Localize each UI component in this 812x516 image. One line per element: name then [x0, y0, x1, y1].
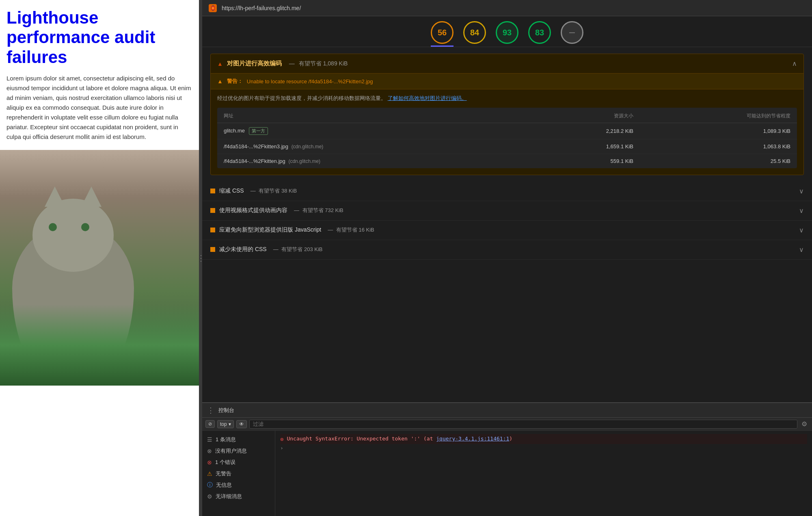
audit-warning-icon: ▲ — [217, 61, 223, 67]
audit-description: 经过优化的图片有助于提升加载速度，并减少消耗的移动数据网络流量。 了解如何高效地… — [211, 89, 803, 108]
table-header-size: 资源大小 — [529, 109, 640, 123]
eye-filter-button[interactable]: 👁 — [236, 420, 247, 428]
audit-item-title-2: 应避免向新型浏览器提供旧版 JavaScript — [219, 226, 321, 234]
score-circle-best-practices: 93 — [496, 21, 518, 44]
score-accessibility[interactable]: 84 — [463, 21, 486, 47]
console-main: ⊗ Uncaught SyntaxError: Unexpected token… — [275, 431, 812, 516]
panel-divider[interactable]: ⋮ — [199, 0, 202, 516]
sidebar-item-warnings[interactable]: ⚠ 无警告 — [202, 468, 275, 479]
audit-results-area: ▲ 对图片进行高效编码 — 有望节省 1,089 KiB ∧ ▲ 警告： Una… — [202, 47, 812, 402]
table-cell-url-0: glitch.me 第一方 — [217, 123, 529, 139]
eye-icon: 👁 — [239, 421, 244, 427]
table-cell-savings-1: 1,063.8 KiB — [640, 139, 797, 154]
audit-item-legacy-js[interactable]: 应避免向新型浏览器提供旧版 JavaScript — 有望节省 16 KiB ∨ — [202, 221, 812, 240]
green-plants-shape — [0, 304, 199, 386]
score-circle-accessibility: 84 — [463, 21, 486, 44]
sidebar-item-user-messages[interactable]: ⊗ 没有用户消息 — [202, 445, 275, 457]
audit-item-unused-css[interactable]: 减少未使用的 CSS — 有望节省 203 KiB ∨ — [202, 240, 812, 260]
audit-item-savings-1: — 有望节省 732 KiB — [294, 207, 343, 214]
table-cell-url-1: /f4da5184-...%2Fkitten3.jpg (cdn.glitch.… — [217, 139, 529, 154]
chevron-down-icon-1: ∨ — [799, 207, 804, 215]
audit-item-savings-0: — 有望节省 38 KiB — [251, 187, 297, 195]
sidebar-item-errors[interactable]: ⊗ 1 个错误 — [202, 457, 275, 468]
console-filters-row: ⊘ top ▾ 👁 ⚙ — [202, 418, 812, 431]
block-icon: ⊘ — [208, 421, 212, 427]
audit-card-savings: 有望节省 1,089 KiB — [299, 60, 348, 67]
table-row: /f4da5184-...%2Fkitten.jpg (cdn.glitch.m… — [217, 154, 797, 168]
console-error-icon: ⊗ — [280, 436, 283, 442]
first-party-badge: 第一方 — [249, 127, 268, 135]
browser-favicon: 🏮 — [209, 4, 217, 12]
score-underline-best-practices — [496, 46, 518, 47]
table-cell-savings-2: 25.5 KiB — [640, 154, 797, 168]
orange-square-icon — [210, 228, 215, 232]
chevron-down-icon-3: ∨ — [799, 246, 804, 254]
page-title: Lighthouse performance audit failures — [6, 8, 192, 67]
audit-item-minify-css[interactable]: 缩减 CSS — 有望节省 38 KiB ∨ — [202, 182, 812, 201]
orange-square-icon — [210, 247, 215, 252]
table-cell-domain-2: (cdn.glitch.me) — [288, 158, 320, 164]
score-circle-pwa: — — [561, 21, 583, 44]
audit-item-savings-3: — 有望节省 203 KiB — [273, 246, 323, 253]
score-underline-seo — [528, 46, 551, 47]
console-panel: ⋮ 控制台 ⊘ top ▾ 👁 ⚙ ☰ 1 条消息 — [202, 402, 812, 516]
console-error-row: ⊗ Uncaught SyntaxError: Unexpected token… — [280, 434, 807, 444]
audit-table: 网址 资源大小 可能达到的节省程度 glitch.me 第一方 2,218.2 … — [217, 109, 797, 168]
console-settings-icon[interactable]: ⚙ — [800, 419, 809, 429]
chevron-up-icon[interactable]: ∧ — [792, 60, 797, 67]
score-best-practices[interactable]: 93 — [496, 21, 518, 47]
console-filter-input[interactable] — [249, 420, 797, 429]
audit-card-title: 对图片进行高效编码 — [227, 60, 282, 67]
sidebar-item-verbose[interactable]: ⚙ 无详细消息 — [202, 491, 275, 502]
sidebar-item-label-3: 无警告 — [216, 470, 231, 477]
sidebar-item-all-messages[interactable]: ☰ 1 条消息 — [202, 434, 275, 445]
audit-warning-row: ▲ 警告： Unable to locate resource /f4da518… — [211, 73, 803, 89]
audit-item-title-1: 使用视频格式提供动画内容 — [219, 207, 287, 214]
page-body: Lorem ipsum dolor sit amet, consectetur … — [6, 74, 192, 142]
orange-square-icon — [210, 189, 215, 193]
warning-label: 警告： — [227, 78, 243, 85]
sidebar-item-label-5: 无详细消息 — [216, 493, 242, 500]
audit-card-header[interactable]: ▲ 对图片进行高效编码 — 有望节省 1,089 KiB ∧ — [211, 54, 803, 73]
console-error-text: Uncaught SyntaxError: Unexpected token '… — [287, 436, 512, 442]
score-seo[interactable]: 83 — [528, 21, 551, 47]
sidebar-item-info[interactable]: ⓘ 无信息 — [202, 479, 275, 491]
user-messages-icon: ⊗ — [207, 448, 212, 454]
audit-card-dash: — 有望节省 1,089 KiB — [289, 60, 348, 67]
console-expand-row[interactable]: › — [280, 444, 807, 452]
console-sidebar: ☰ 1 条消息 ⊗ 没有用户消息 ⊗ 1 个错误 ⚠ 无警告 ⓘ 无信息 — [202, 431, 275, 516]
kitten-ear-left-shape — [45, 186, 65, 207]
lighthouse-scores-row: 56 84 93 83 — — [202, 16, 812, 47]
table-cell-size-1: 1,659.1 KiB — [529, 139, 640, 154]
level-label: top — [220, 421, 227, 427]
sidebar-item-label-2: 1 个错误 — [215, 459, 235, 466]
clear-messages-button[interactable]: ⊘ — [205, 420, 215, 428]
level-filter-button[interactable]: top ▾ — [217, 420, 234, 428]
console-title: 控制台 — [218, 407, 234, 414]
table-header-url: 网址 — [217, 109, 529, 123]
sidebar-item-label-0: 1 条消息 — [216, 436, 236, 443]
score-circle-seo: 83 — [528, 21, 551, 44]
score-performance[interactable]: 56 — [431, 21, 454, 47]
audit-description-link[interactable]: 了解如何高效地对图片进行编码。 — [388, 95, 467, 101]
console-error-link[interactable]: jquery-3.4.1.js:11461:1 — [436, 436, 509, 442]
score-underline-performance — [431, 46, 454, 47]
warning-text: Unable to locate resource /f4da5184-...%… — [247, 78, 373, 85]
table-cell-savings-0: 1,089.3 KiB — [640, 123, 797, 139]
console-menu-icon[interactable]: ⋮ — [207, 406, 214, 415]
chevron-down-icon-0: ∨ — [799, 187, 804, 195]
audit-item-title-3: 减少未使用的 CSS — [219, 246, 267, 253]
verbose-icon: ⚙ — [207, 493, 212, 500]
warning-icon: ⚠ — [207, 470, 212, 477]
kitten-head-shape — [32, 199, 114, 272]
info-icon: ⓘ — [207, 481, 213, 489]
table-cell-url-2: /f4da5184-...%2Fkitten.jpg (cdn.glitch.m… — [217, 154, 529, 168]
console-toolbar: ⋮ 控制台 — [202, 403, 812, 418]
score-pwa[interactable]: — — [561, 21, 583, 47]
score-circle-performance: 56 — [431, 21, 454, 44]
table-row: glitch.me 第一方 2,218.2 KiB 1,089.3 KiB — [217, 123, 797, 139]
list-icon: ☰ — [207, 436, 212, 443]
audit-item-video-format[interactable]: 使用视频格式提供动画内容 — 有望节省 732 KiB ∨ — [202, 201, 812, 221]
browser-url: https://lh-perf-failures.glitch.me/ — [222, 5, 301, 11]
kitten-eye-left-shape — [49, 223, 57, 231]
